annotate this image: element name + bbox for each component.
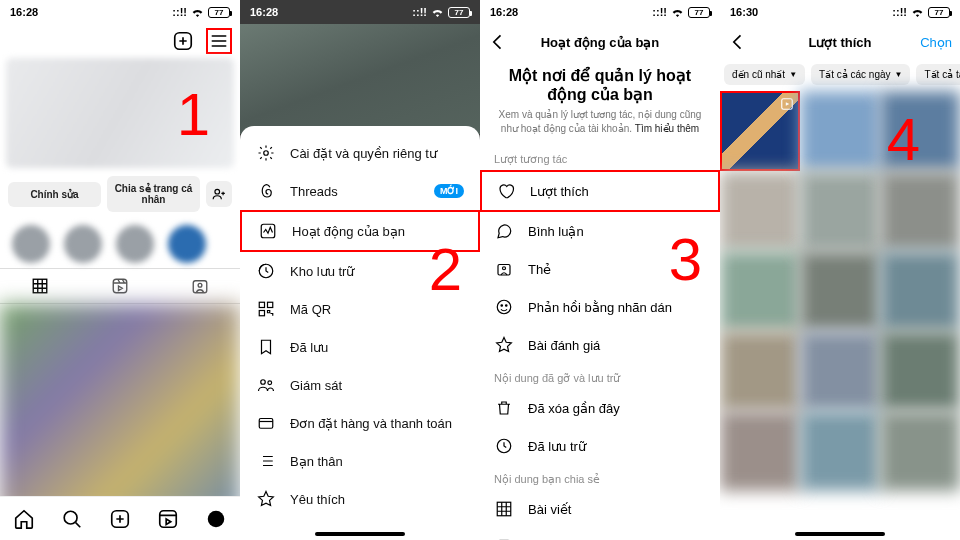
step-number-3: 3	[669, 225, 702, 294]
screenshot-pane-4: 16:30 ::!! 77 Lượt thích Chọn đến cũ nhấ…	[720, 0, 960, 540]
menu-close-friends[interactable]: Bạn thân	[240, 442, 480, 480]
svg-point-20	[503, 267, 506, 270]
filter-author[interactable]: Tất cả tác giả▼	[916, 64, 960, 85]
grid-thumbnail[interactable]	[720, 171, 800, 251]
svg-point-5	[198, 283, 202, 287]
create-icon[interactable]	[109, 508, 131, 530]
gear-icon	[256, 144, 276, 162]
reels-nav-icon[interactable]	[157, 508, 179, 530]
menu-label: Threads	[290, 184, 338, 199]
search-icon[interactable]	[61, 508, 83, 530]
menu-label: Đơn đặt hàng và thanh toán	[290, 416, 452, 431]
grid-thumbnail[interactable]	[880, 251, 960, 331]
item-label: Đã lưu trữ	[528, 439, 586, 454]
grid-thumbnail[interactable]	[800, 91, 880, 171]
archive-clock-icon	[494, 437, 514, 455]
menu-settings-privacy[interactable]: Cài đặt và quyền riêng tư	[240, 134, 480, 172]
svg-rect-25	[497, 502, 511, 516]
profile-content-tabs	[0, 268, 240, 304]
section-removed-label: Nội dung đã gỡ và lưu trữ	[480, 364, 720, 389]
menu-label: Yêu thích	[290, 492, 345, 507]
tagged-tab[interactable]	[160, 269, 240, 303]
grid-thumbnail[interactable]	[800, 171, 880, 251]
svg-rect-11	[261, 224, 275, 238]
menu-label: Bạn thân	[290, 454, 343, 469]
grid-thumbnail[interactable]	[800, 331, 880, 411]
item-reels-partial[interactable]: Reels	[480, 528, 720, 540]
heart-icon	[496, 182, 516, 200]
chevron-down-icon: ▼	[895, 70, 903, 79]
screenshot-pane-3: 16:28 ::!! 77 Hoạt động của bạn Một nơi …	[480, 0, 720, 540]
menu-favorites[interactable]: Yêu thích	[240, 480, 480, 518]
menu-threads[interactable]: Threads MỚI	[240, 172, 480, 210]
menu-saved[interactable]: Đã lưu	[240, 328, 480, 366]
grid-thumbnail[interactable]	[720, 331, 800, 411]
status-time: 16:28	[490, 6, 518, 18]
grid-thumbnail[interactable]	[800, 411, 880, 491]
grid-thumbnail[interactable]	[880, 331, 960, 411]
svg-rect-18	[259, 419, 273, 429]
posts-grid-tab[interactable]	[0, 269, 80, 303]
menu-label: Hoạt động của bạn	[292, 224, 405, 239]
posts-grid-blurred	[0, 304, 240, 514]
filter-chips-row: đến cũ nhất▼ Tất cả các ngày▼ Tất cả tác…	[720, 60, 960, 91]
grid-thumbnail[interactable]	[880, 171, 960, 251]
threads-icon	[256, 182, 276, 200]
status-bar: 16:28 ::!! 77	[0, 0, 240, 24]
status-right: ::!! 77	[172, 6, 230, 18]
select-button[interactable]: Chọn	[920, 35, 952, 50]
svg-rect-14	[268, 302, 273, 307]
learn-more-link[interactable]: Tìm hiểu thêm	[635, 123, 699, 134]
item-label: Bình luận	[528, 224, 584, 239]
grid-thumbnail[interactable]	[720, 411, 800, 491]
grid-icon	[494, 500, 514, 518]
share-profile-button[interactable]: Chia sẻ trang cá nhân	[107, 176, 200, 212]
reels-indicator-icon	[780, 97, 794, 111]
filter-sort[interactable]: đến cũ nhất▼	[724, 64, 805, 85]
svg-rect-13	[259, 302, 264, 307]
svg-rect-3	[113, 279, 127, 293]
battery-icon: 77	[928, 7, 950, 18]
home-indicator	[795, 532, 885, 536]
screenshot-pane-2: 16:28 ::!! 77 Cài đặt và quyền riêng tư …	[240, 0, 480, 540]
discover-people-button[interactable]	[206, 181, 232, 207]
wifi-icon	[431, 7, 444, 17]
item-archived[interactable]: Đã lưu trữ	[480, 427, 720, 465]
back-button[interactable]	[728, 32, 748, 52]
chevron-down-icon: ▼	[789, 70, 797, 79]
reels-tab[interactable]	[80, 269, 160, 303]
battery-icon: 77	[448, 7, 470, 18]
svg-point-6	[64, 511, 77, 524]
back-button[interactable]	[488, 32, 508, 52]
create-post-icon[interactable]	[170, 28, 196, 54]
settings-menu-sheet: Cài đặt và quyền riêng tư Threads MỚI Ho…	[240, 126, 480, 540]
payments-icon	[256, 414, 276, 432]
grid-thumbnail[interactable]	[720, 251, 800, 331]
svg-point-21	[497, 300, 511, 314]
item-label: Bài đánh giá	[528, 338, 600, 353]
grid-thumbnail[interactable]	[800, 251, 880, 331]
menu-supervision[interactable]: Giám sát	[240, 366, 480, 404]
profile-nav-icon[interactable]	[205, 508, 227, 530]
menu-orders-payments[interactable]: Đơn đặt hàng và thanh toán	[240, 404, 480, 442]
section-interactions-label: Lượt tương tác	[480, 145, 720, 170]
item-likes[interactable]: Lượt thích	[480, 170, 720, 212]
wifi-icon	[671, 7, 684, 17]
item-posts[interactable]: Bài viết	[480, 490, 720, 528]
item-recently-deleted[interactable]: Đã xóa gần đây	[480, 389, 720, 427]
edit-profile-button[interactable]: Chính sửa	[8, 182, 101, 207]
home-icon[interactable]	[13, 508, 35, 530]
menu-label: Mã QR	[290, 302, 331, 317]
grid-thumbnail[interactable]	[720, 91, 800, 171]
hero-title: Một nơi để quản lý hoạt động của bạn	[498, 66, 702, 104]
filter-date[interactable]: Tất cả các ngày▼	[811, 64, 910, 85]
new-badge: MỚI	[434, 184, 464, 198]
item-reviews[interactable]: Bài đánh giá	[480, 326, 720, 364]
hamburger-menu-icon[interactable]	[206, 28, 232, 54]
svg-point-1	[215, 189, 220, 194]
grid-thumbnail[interactable]	[880, 411, 960, 491]
status-time: 16:28	[10, 6, 38, 18]
hero-subtitle: Xem và quản lý lượt tương tác, nội dung …	[498, 108, 702, 135]
activity-icon	[258, 222, 278, 240]
menu-label: Cài đặt và quyền riêng tư	[290, 146, 437, 161]
